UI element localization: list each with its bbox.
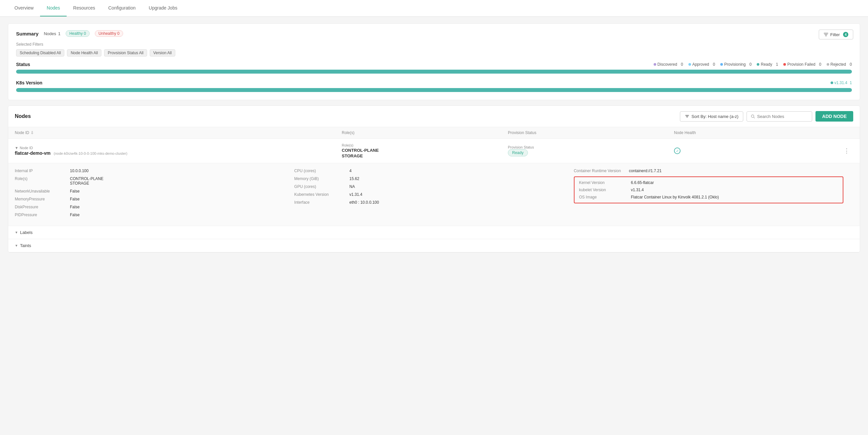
nodes-actions: Sort By: Host name (a-z) ADD NODE: [680, 111, 853, 121]
health-icon: ✓: [674, 147, 681, 154]
role-control-plane-detail: CONTROL-PLANE: [70, 176, 284, 181]
col-header-provision: Provision Status: [508, 130, 669, 135]
pid-pressure-value: False: [70, 212, 284, 217]
add-node-button[interactable]: ADD NODE: [815, 111, 853, 121]
filter-tag-scheduling[interactable]: Scheduling Disabled All: [16, 49, 64, 57]
details-col-1: Internal IP 10.0.0.100 Role(s) CONTROL-P…: [15, 169, 294, 221]
table-row: ▼ Node ID flatcar-demo-vm (node-k0rzw4k-…: [8, 139, 860, 252]
filter-button[interactable]: Filter 4: [819, 30, 853, 39]
container-runtime-row: Container Runtime Version containerd://1…: [574, 169, 843, 173]
kubernetes-version-label: Kubernetes Version: [294, 192, 347, 197]
provision-label: Provision Status: [508, 145, 669, 149]
col-header-node-id[interactable]: Node ID ⇩: [15, 130, 337, 135]
cpu-row: CPU (cores) 4: [294, 169, 564, 173]
taints-section[interactable]: ▼ Taints: [8, 239, 860, 252]
healthy-label: Healthy: [69, 31, 83, 36]
labels-label: Labels: [20, 230, 32, 235]
legend-provisioning: Provisioning 0: [720, 62, 751, 67]
network-unavailable-row: NetworkUnavailable False: [15, 189, 284, 194]
table-header: Node ID ⇩ Role(s) Provision Status Node …: [8, 127, 860, 139]
role-control-plane: CONTROL-PLANE: [342, 148, 503, 153]
search-input[interactable]: [757, 114, 806, 119]
kernel-version-row: Kernel Version 6.6.65-flatcar: [579, 180, 838, 185]
memory-pressure-value: False: [70, 197, 284, 201]
roles-detail-value: CONTROL-PLANE STORAGE: [70, 176, 284, 185]
os-image-label: OS Image: [579, 195, 628, 199]
discovered-label: Discovered: [657, 62, 677, 67]
cpu-label: CPU (cores): [294, 169, 347, 173]
roles-label: Role(s): [342, 143, 503, 147]
details-grid: Internal IP 10.0.0.100 Role(s) CONTROL-P…: [15, 169, 853, 221]
more-options-button[interactable]: ⋮: [840, 147, 853, 154]
legend-ready: Ready 1: [757, 62, 778, 67]
k8s-version-value: v1.31.4: [835, 81, 847, 85]
tab-upgrade-jobs[interactable]: Upgrade Jobs: [142, 0, 184, 17]
sort-label: Sort By: Host name (a-z): [691, 114, 738, 119]
details-col-2: CPU (cores) 4 Memory (GiB) 15.62 GPU (co…: [294, 169, 574, 221]
details-col-3: Container Runtime Version containerd://1…: [574, 169, 853, 221]
ready-count: 1: [776, 62, 778, 67]
summary-header: Summary Nodes 1 Healthy 0 Unhealthy 0: [16, 30, 852, 37]
network-unavailable-value: False: [70, 189, 284, 194]
node-sub-id: (node-k0rzw4k-10-0-0-100-mks-demo-cluste…: [54, 151, 127, 155]
approved-count: 0: [713, 62, 715, 67]
tab-overview[interactable]: Overview: [8, 0, 40, 17]
taints-label: Taints: [20, 243, 31, 248]
failed-count: 0: [819, 62, 822, 67]
memory-row: Memory (GiB) 15.62: [294, 176, 564, 181]
k8s-header: K8s Version v1.31.4 1: [16, 80, 852, 85]
tab-resources[interactable]: Resources: [67, 0, 102, 17]
node-id-header-label: Node ID: [15, 130, 29, 135]
nodes-count: 1: [58, 31, 60, 36]
internal-ip-label: Internal IP: [15, 169, 67, 173]
checkmark-icon: ✓: [676, 149, 679, 153]
search-box[interactable]: [747, 111, 812, 121]
k8s-progress-bar-fill: [16, 88, 852, 92]
selected-filters: Selected Filters Scheduling Disabled All…: [16, 42, 852, 57]
interface-value: eth0 : 10.0.0.100: [349, 200, 564, 205]
nodes-header: Nodes Sort By: Host name (a-z) ADD NODE: [8, 106, 860, 127]
os-image-row: OS Image Flatcar Container Linux by Kinv…: [579, 195, 838, 199]
node-name-text[interactable]: flatcar-demo-vm: [15, 150, 51, 156]
filter-tag-version[interactable]: Version All: [150, 49, 175, 57]
sort-button[interactable]: Sort By: Host name (a-z): [680, 111, 743, 121]
top-navigation: Overview Nodes Resources Configuration U…: [0, 0, 868, 17]
provision-status-badge: Ready: [508, 149, 528, 156]
gpu-row: GPU (cores) NA: [294, 184, 564, 189]
selected-filters-label: Selected Filters: [16, 42, 852, 47]
legend-provision-failed: Provision Failed 0: [783, 62, 821, 67]
legend-discovered: Discovered 0: [654, 62, 683, 67]
filter-tag-node-health[interactable]: Node Health All: [67, 49, 101, 57]
kubernetes-version-value: v1.31.4: [349, 192, 564, 197]
node-id-label: ▼ Node ID: [15, 146, 337, 150]
chevron-down-icon[interactable]: ▼: [15, 146, 19, 150]
status-legend: Discovered 0 Approved 0 Provisioning 0 R…: [654, 62, 852, 67]
rejected-label: Rejected: [831, 62, 846, 67]
kubernetes-version-row: Kubernetes Version v1.31.4: [294, 192, 564, 197]
legend-approved: Approved 0: [688, 62, 715, 67]
main-content: Summary Nodes 1 Healthy 0 Unhealthy 0 Fi…: [0, 17, 868, 259]
network-unavailable-label: NetworkUnavailable: [15, 189, 67, 194]
k8s-progress-bar-container: [16, 88, 852, 92]
failed-label: Provision Failed: [787, 62, 815, 67]
health-col: ✓: [674, 147, 835, 154]
status-title: Status: [16, 62, 30, 67]
ready-dot: [757, 63, 760, 66]
rejected-dot: [827, 63, 829, 66]
k8s-version-count: 1: [849, 81, 852, 85]
discovered-dot: [654, 63, 656, 66]
roles-detail-label: Role(s): [15, 176, 67, 181]
approved-label: Approved: [692, 62, 709, 67]
labels-section[interactable]: ▼ Labels: [8, 226, 860, 239]
approved-dot: [688, 63, 691, 66]
role-storage: STORAGE: [342, 153, 503, 158]
k8s-title: K8s Version: [16, 80, 42, 85]
k8s-section: K8s Version v1.31.4 1: [16, 80, 852, 92]
container-runtime-value: containerd://1.7.21: [629, 169, 843, 173]
filter-tag-provision[interactable]: Provsision Status All: [104, 49, 147, 57]
tab-nodes[interactable]: Nodes: [40, 0, 66, 17]
summary-card: Summary Nodes 1 Healthy 0 Unhealthy 0 Fi…: [8, 23, 860, 100]
tab-configuration[interactable]: Configuration: [102, 0, 142, 17]
k8s-version-label: v1.31.4 1: [831, 81, 852, 85]
healthy-count: 0: [84, 31, 86, 36]
